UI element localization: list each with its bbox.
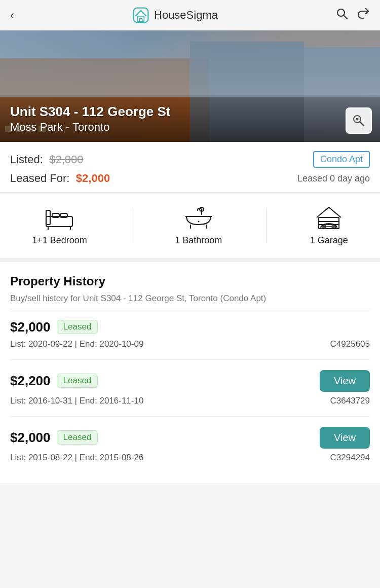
price-section: Listed: $2,000 Condo Apt Leased For: $2,… [0,142,380,193]
garage-feature: 1 Garage [310,205,348,246]
svg-line-6 [360,122,364,126]
bedroom-label: 1+1 Bedroom [32,235,87,246]
history-item-2-price: $2,200 [10,373,51,389]
header-actions [335,7,370,23]
history-item-2-dates: List: 2016-10-31 | End: 2016-11-10 [10,396,143,406]
share-icon[interactable] [357,7,370,23]
history-item-1-status: Leased [57,320,98,334]
svg-point-7 [356,118,359,121]
bedroom-feature: 1+1 Bedroom [32,205,87,246]
history-item-3-left: $2,000 Leased [10,430,98,446]
leased-row: Leased For: $2,000 Leased 0 day ago [10,172,370,185]
property-location: Moss Park - Toronto [10,121,370,134]
history-item-3-price: $2,000 [10,430,51,446]
history-item-3-status: Leased [57,430,98,445]
history-item-2: $2,200 Leased View List: 2016-10-31 | En… [10,359,370,416]
hero-overlay: Unit S304 - 112 George St Moss Park - To… [0,95,380,142]
history-title: Property History [10,274,370,288]
leased-ago: Leased 0 day ago [297,173,370,184]
history-item-3-row1: $2,000 Leased View [10,427,370,449]
history-item-3-dates: List: 2015-08-22 | End: 2015-08-26 [10,453,143,463]
features-section: 1+1 Bedroom 1 Bathroom [0,193,380,262]
divider-1 [131,208,131,243]
history-section: Property History Buy/sell history for Un… [0,262,380,483]
history-item-1: $2,000 Leased List: 2020-09-22 | End: 20… [10,309,370,359]
leased-for-label: Leased For: [10,172,69,185]
hero-image: Unit S304 - 112 George St Moss Park - To… [0,30,380,142]
history-item-1-row1: $2,000 Leased [10,319,370,335]
history-item-2-row2: List: 2016-10-31 | End: 2016-11-10 C3643… [10,396,370,406]
svg-line-4 [344,16,347,19]
back-button[interactable]: ‹ [10,8,14,22]
history-item-3-view-button[interactable]: View [320,427,370,449]
history-item-2-row1: $2,200 Leased View [10,370,370,392]
history-subtitle: Buy/sell history for Unit S304 - 112 Geo… [10,292,370,305]
listed-row: Listed: $2,000 Condo Apt [10,151,370,168]
divider-2 [266,208,267,243]
history-item-2-id: C3643729 [330,396,370,406]
condo-badge: Condo Apt [313,151,370,168]
listed-label: Listed: [10,153,43,166]
garage-label: 1 Garage [310,235,348,246]
history-item-2-left: $2,200 Leased [10,373,98,389]
history-item-1-row2: List: 2020-09-22 | End: 2020-10-09 C4925… [10,339,370,349]
app-header: ‹ HouseSigma [0,0,380,30]
history-item-2-view-button[interactable]: View [320,370,370,392]
logo: HouseSigma [132,6,218,24]
search-icon[interactable] [335,7,349,23]
svg-point-16 [198,221,199,223]
listed-price: $2,000 [49,153,83,166]
history-item-3: $2,000 Leased View List: 2015-08-22 | En… [10,416,370,473]
history-item-3-id: C3294294 [330,453,370,463]
bathroom-label: 1 Bathroom [175,235,222,246]
bed-icon [44,205,74,230]
svg-rect-2 [139,18,142,21]
leased-for-price: $2,000 [76,172,110,185]
history-item-1-price: $2,000 [10,319,51,335]
history-item-3-row2: List: 2015-08-22 | End: 2015-08-26 C3294… [10,453,370,463]
history-item-1-dates: List: 2020-09-22 | End: 2020-10-09 [10,339,143,349]
garage-icon [314,205,344,230]
bathroom-feature: 1 Bathroom [175,205,222,246]
map-button[interactable] [346,107,372,134]
history-item-2-status: Leased [57,374,98,388]
history-item-1-id: C4925605 [330,339,370,349]
history-item-1-left: $2,000 Leased [10,319,98,335]
bath-icon [183,205,214,230]
property-title: Unit S304 - 112 George St [10,103,370,121]
logo-text: HouseSigma [154,9,218,22]
logo-icon [132,6,150,24]
svg-rect-1 [138,16,144,22]
